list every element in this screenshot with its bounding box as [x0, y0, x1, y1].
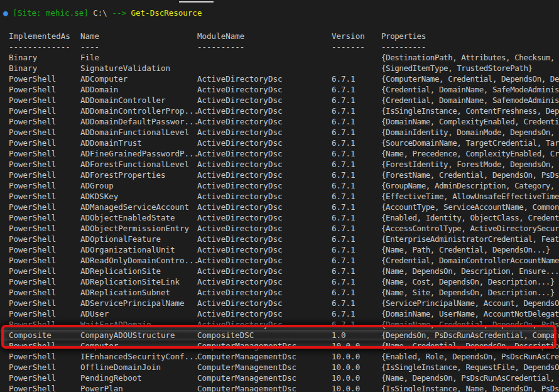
cell-implemented-as: Binary: [9, 63, 37, 74]
cell-properties: {AccessControlType, ActiveDirectorySecur…: [381, 223, 559, 234]
cell-properties: {ComputerName, Credential, DependsOn, De…: [381, 74, 559, 84]
cell-version: 6.7.1: [332, 223, 355, 234]
cell-properties: {ForestIdentity, ForestMode, DependsOn, …: [381, 159, 559, 170]
terminal-window[interactable]: { "colors": { "background": "#1d1d1d", "…: [0, 0, 559, 392]
cell-version: 10.0.0: [332, 383, 360, 392]
table-row: PowerShellIEEnhancedSecurityConf...Compu…: [0, 351, 559, 362]
table-row: PowerShellPendingRebootComputerManagemen…: [0, 373, 559, 383]
table-header-underline-row: ------------- ---- ---------- ------- --…: [0, 41, 559, 52]
cell-name: PowerPlan: [80, 383, 123, 392]
cell-properties: {GroupName, AdminDescription, Category, …: [381, 180, 559, 191]
cell-version: 6.7.1: [332, 170, 355, 180]
cell-properties: {Credential, DomainControllerAccountName…: [381, 255, 559, 266]
prompt-command: Get-DscResource: [131, 8, 202, 18]
header-dashes: -------------: [9, 41, 70, 52]
cell-version: 6.7.1: [332, 276, 355, 287]
cell-implemented-as: PowerShell: [9, 180, 56, 191]
cell-name: ADReplicationSite: [80, 266, 161, 276]
cell-module: ComputerManagementDsc: [197, 340, 296, 351]
cell-name: ADReadOnlyDomainContro...: [80, 255, 198, 266]
table-row: PowerShellADReplicationSubnetActiveDirec…: [0, 287, 559, 298]
cell-version: 6.7.1: [332, 95, 355, 106]
table-row: PowerShellADGroupActiveDirectoryDsc6.7.1…: [0, 180, 559, 191]
cell-module: CompositeDSC: [197, 330, 254, 340]
table-row: PowerShellADDomainTrustActiveDirectoryDs…: [0, 138, 559, 148]
cell-properties: {IsSingleInstance, Name, DependsOn, PsDs…: [381, 383, 559, 392]
cell-implemented-as: PowerShell: [9, 266, 56, 276]
cell-properties: {Credential, DomainName, SafemodeAdminis…: [381, 95, 559, 106]
cell-implemented-as: PowerShell: [9, 106, 56, 116]
cell-version: 6.7.1: [332, 148, 355, 159]
table-row: PowerShellADForestPropertiesActiveDirect…: [0, 170, 559, 180]
cell-implemented-as: PowerShell: [9, 244, 56, 255]
cell-name: ADManagedServiceAccount: [80, 202, 189, 212]
column-header-modulename: ModuleName: [197, 31, 244, 41]
cell-implemented-as: PowerShell: [9, 212, 56, 223]
table-row: BinaryFile{DestinationPath, Attributes, …: [0, 52, 559, 63]
cell-implemented-as: PowerShell: [9, 362, 56, 373]
cell-version: 6.7.1: [332, 159, 355, 170]
cell-version: 6.7.1: [332, 308, 355, 319]
table-row: PowerShellComputerComputerManagementDsc1…: [0, 340, 559, 351]
cell-properties: {Name, Cost, DependsOn, Description...}: [381, 276, 555, 287]
cell-name: ADForestFunctionalLevel: [80, 159, 189, 170]
cell-properties: {IsSingleInstance, RequestFile, DependsO…: [381, 362, 559, 373]
cell-version: 6.7.1: [332, 244, 355, 255]
cell-name: ADKDSKey: [80, 191, 118, 202]
cell-implemented-as: PowerShell: [9, 148, 56, 159]
cell-name: ADDomainController: [80, 95, 165, 106]
table-row: PowerShellPowerPlanComputerManagementDsc…: [0, 383, 559, 392]
cell-name: WaitForADDomain: [80, 319, 151, 330]
cell-module: ActiveDirectoryDsc: [197, 127, 282, 138]
cell-properties: {SignedItemType, TrustedStorePath}: [381, 63, 533, 74]
cell-implemented-as: PowerShell: [9, 276, 56, 287]
cell-name: File: [80, 52, 99, 63]
cell-properties: {ServicePrincipalName, Account, DependsO…: [381, 298, 559, 308]
cell-name: OfflineDomainJoin: [80, 362, 161, 373]
prompt-site-segment: [Site: mehic.se]: [13, 8, 88, 18]
cell-properties: {ForestName, Credential, DependsOn, PsDs…: [381, 170, 559, 180]
cell-name: ADReplicationSiteLink: [80, 276, 180, 287]
cell-properties: {Name, Precedence, ComplexityEnabled, Cr…: [381, 148, 559, 159]
cell-name: ADComputer: [80, 74, 128, 84]
cell-module: ActiveDirectoryDsc: [197, 319, 282, 330]
cell-version: 6.7.1: [332, 127, 355, 138]
cell-implemented-as: PowerShell: [9, 159, 56, 170]
top-underline-decoration: [179, 1, 214, 3]
cell-name: IEEnhancedSecurityConf...: [80, 351, 198, 362]
cell-name: ADDomainTrust: [80, 138, 142, 148]
cell-properties: {DestinationPath, Attributes, Checksum, …: [381, 52, 559, 63]
cell-properties: {Credential, DomainName, SafeModeAdminis…: [381, 84, 559, 95]
cell-version: 6.7.1: [332, 266, 355, 276]
cell-version: 6.7.1: [332, 234, 355, 244]
cell-version: 6.7.1: [332, 138, 355, 148]
table-row: PowerShellADComputerActiveDirectoryDsc6.…: [0, 74, 559, 84]
cell-name: ADForestProperties: [80, 170, 165, 180]
table-row-highlighted: CompositeCompanyADOUStructureCompositeDS…: [0, 330, 559, 340]
header-dashes: ----: [80, 41, 99, 52]
cell-properties: {AccountType, ServiceAccountName, Common…: [381, 202, 559, 212]
cell-implemented-as: PowerShell: [9, 84, 56, 95]
table-row: PowerShellADOptionalFeatureActiveDirecto…: [0, 234, 559, 244]
cell-implemented-as: PowerShell: [9, 255, 56, 266]
cell-module: ComputerManagementDsc: [197, 383, 296, 392]
cell-name: ADObjectPermissionEntry: [80, 223, 189, 234]
cell-version: 6.7.1: [332, 191, 355, 202]
cell-module: ActiveDirectoryDsc: [197, 234, 282, 244]
cell-version: 6.7.1: [332, 84, 355, 95]
cell-module: ComputerManagementDsc: [197, 351, 296, 362]
dsc-resource-table: ImplementedAs Name ModuleName Version Pr…: [0, 31, 559, 392]
cell-properties: {Enabled, Role, DependsOn, PsDscRunAsCre…: [381, 351, 559, 362]
column-header-properties: Properties: [381, 31, 426, 41]
cell-implemented-as: PowerShell: [9, 340, 56, 351]
table-row: BinarySignatureValidation{SignedItemType…: [0, 63, 559, 74]
table-row: PowerShellADDomainActiveDirectoryDsc6.7.…: [0, 84, 559, 95]
cell-module: ActiveDirectoryDsc: [197, 180, 282, 191]
table-row: PowerShellADObjectEnabledStateActiveDire…: [0, 212, 559, 223]
cell-properties: {DomainIdentity, DomainMode, DependsOn, …: [381, 127, 559, 138]
cell-module: ActiveDirectoryDsc: [197, 276, 282, 287]
cell-module: ComputerManagementDsc: [197, 373, 296, 383]
table-row: PowerShellADReplicationSiteActiveDirecto…: [0, 266, 559, 276]
column-header-name: Name: [80, 31, 99, 41]
table-body: BinaryFile{DestinationPath, Attributes, …: [0, 52, 559, 392]
